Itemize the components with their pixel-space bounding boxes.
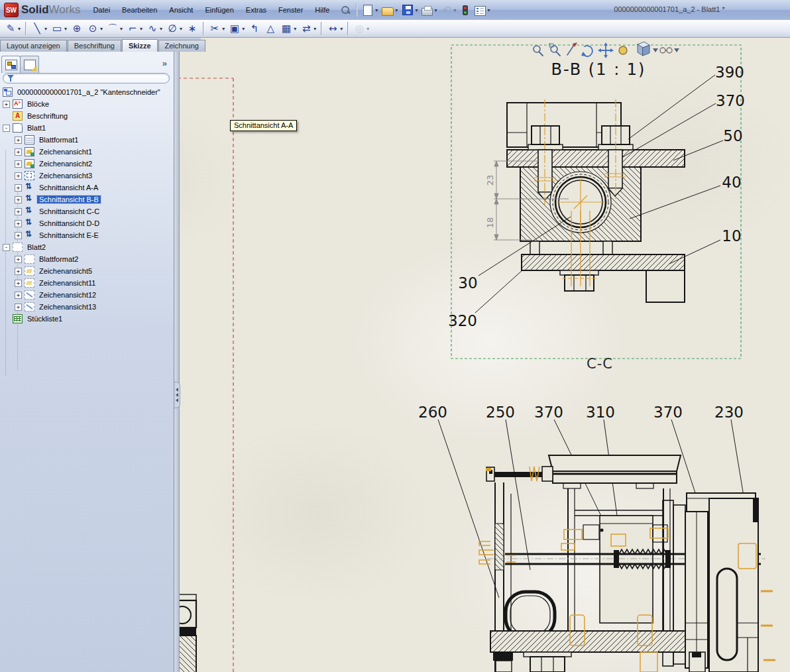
expand-toggle[interactable]: -: [3, 125, 10, 132]
dropdown-arrow[interactable]: ▾: [180, 26, 182, 32]
tree-item-zeichenansicht2[interactable]: +Zeichenansicht2: [0, 158, 174, 170]
expand-toggle[interactable]: +: [15, 172, 22, 180]
dropdown-arrow[interactable]: ▾: [222, 26, 225, 32]
print-button[interactable]: ▾: [420, 2, 439, 18]
expand-toggle[interactable]: +: [15, 196, 22, 203]
dropdown-arrow[interactable]: ▾: [294, 26, 296, 32]
tab-beschriftung[interactable]: Beschriftung: [68, 40, 121, 52]
dropdown-arrow[interactable]: ▾: [375, 7, 378, 13]
search-button[interactable]: [338, 2, 353, 18]
tree-item-blatt2[interactable]: -Blatt2: [0, 241, 174, 253]
linear-pattern-button[interactable]: ▾: [278, 21, 298, 36]
dropdown-arrow[interactable]: ▾: [367, 26, 369, 32]
expand-toggle[interactable]: +: [3, 101, 10, 108]
smart-dimension-button[interactable]: ▾: [325, 21, 345, 36]
tree-root[interactable]: 0000000000001701_a_2 "Kantenschneider": [0, 86, 174, 98]
expand-toggle[interactable]: +: [15, 268, 22, 275]
dropdown-arrow[interactable]: ▾: [453, 7, 456, 13]
rotate-about-scene-floor-icon[interactable]: [618, 46, 628, 55]
move-entities-button[interactable]: ▾: [298, 21, 318, 36]
tree-item-schnittansicht-d-d[interactable]: +Schnittansicht D-D: [0, 217, 174, 229]
expand-toggle[interactable]: +: [15, 184, 22, 192]
dropdown-arrow[interactable]: ▾: [487, 7, 490, 13]
rectangle-button[interactable]: ▾: [49, 21, 69, 36]
spline-button[interactable]: ▾: [144, 21, 164, 36]
tree-filter-input[interactable]: [3, 73, 170, 84]
sketch-button[interactable]: ▾: [3, 21, 23, 36]
zoom-to-selection-icon[interactable]: [567, 42, 577, 55]
tree-item-stückliste1[interactable]: +Stückliste1: [0, 313, 174, 325]
tree-item-zeichenansicht11[interactable]: +Zeichenansicht11: [0, 277, 174, 289]
dropdown-arrow[interactable]: ▾: [340, 26, 343, 32]
expand-toggle[interactable]: +: [15, 256, 22, 263]
panel-expand-chevron[interactable]: »: [162, 58, 167, 68]
line-button[interactable]: ▾: [29, 21, 49, 36]
tree-item-zeichenansicht12[interactable]: +Zeichenansicht12: [0, 289, 174, 301]
section-view-bb[interactable]: B-B (1 : 1): [448, 60, 745, 329]
dropdown-arrow[interactable]: ▾: [395, 7, 398, 13]
expand-toggle[interactable]: +: [15, 160, 22, 168]
tree-item-zeichenansicht3[interactable]: +Zeichenansicht3: [0, 170, 174, 182]
dropdown-arrow[interactable]: ▾: [242, 26, 245, 32]
panel-collapse-handle[interactable]: [174, 382, 180, 408]
menu-hilfe[interactable]: Hilfe: [309, 0, 335, 20]
featuremanager-tree-tab[interactable]: [1, 56, 21, 73]
tree-item-schnittansicht-b-b[interactable]: +Schnittansicht B-B: [0, 194, 174, 205]
dropdown-arrow[interactable]: [653, 48, 658, 52]
expand-toggle[interactable]: +: [15, 292, 22, 299]
expand-toggle[interactable]: +: [15, 148, 22, 156]
tab-skizze[interactable]: Skizze: [122, 39, 158, 52]
open-button[interactable]: ▾: [380, 2, 400, 18]
tree-item-zeichenansicht5[interactable]: +Zeichenansicht5: [0, 265, 174, 277]
tree-item-blöcke[interactable]: +Blöcke: [0, 98, 174, 110]
dropdown-arrow[interactable]: ▾: [434, 7, 437, 13]
tree-item-blattformat2[interactable]: +Blattformat2: [0, 253, 174, 265]
dropdown-arrow[interactable]: [674, 48, 679, 52]
dropdown-arrow[interactable]: ▾: [100, 26, 103, 32]
undo-button[interactable]: ▾: [439, 2, 458, 18]
dropdown-arrow[interactable]: ▾: [160, 26, 162, 32]
expand-toggle[interactable]: +: [15, 280, 22, 287]
display-relations-button[interactable]: ▾: [351, 21, 371, 36]
tree-item-schnittansicht-e-e[interactable]: +Schnittansicht E-E: [0, 229, 174, 241]
expand-toggle[interactable]: +: [15, 304, 22, 311]
dropdown-arrow[interactable]: ▾: [313, 26, 316, 32]
point-button[interactable]: [184, 21, 200, 36]
menu-fenster[interactable]: Fenster: [272, 0, 309, 20]
menu-bearbeiten[interactable]: Bearbeiten: [116, 0, 163, 20]
expand-toggle[interactable]: +: [15, 232, 22, 239]
polygon-button[interactable]: [69, 21, 85, 36]
expand-toggle[interactable]: -: [3, 244, 10, 251]
trim-entities-button[interactable]: ▾: [207, 21, 227, 36]
tree-item-schnittansicht-c-c[interactable]: +Schnittansicht C-C: [0, 205, 174, 217]
menu-datei[interactable]: Datei: [87, 0, 116, 20]
tree-item-schnittansicht-a-a[interactable]: +Schnittansicht A-A: [0, 182, 174, 194]
circle-button[interactable]: ▾: [85, 21, 105, 36]
menu-ansicht[interactable]: Ansicht: [163, 0, 199, 20]
expand-toggle[interactable]: +: [15, 208, 22, 215]
propertymanager-tab[interactable]: [20, 56, 39, 73]
tree-item-zeichenansicht13[interactable]: +Zeichenansicht13: [0, 301, 174, 313]
save-button[interactable]: ▾: [400, 2, 420, 18]
expand-toggle[interactable]: +: [15, 137, 22, 144]
rotate-view-icon[interactable]: [581, 46, 592, 56]
options-button[interactable]: ▾: [473, 2, 492, 18]
ellipse-button[interactable]: ▾: [164, 21, 184, 36]
dropdown-arrow[interactable]: ▾: [18, 26, 21, 32]
view-orientation-icon[interactable]: [638, 42, 658, 56]
dropdown-arrow[interactable]: ▾: [64, 26, 67, 32]
offset-entities-button[interactable]: [247, 21, 262, 36]
dropdown-arrow[interactable]: ▾: [140, 26, 142, 32]
panel-splitter[interactable]: [174, 38, 180, 672]
new-document-button[interactable]: ▾: [360, 2, 380, 18]
tangent-arc-button[interactable]: ▾: [125, 21, 144, 36]
convert-entities-button[interactable]: ▾: [227, 21, 247, 36]
zoom-in-out-icon[interactable]: [534, 46, 543, 56]
display-style-icon[interactable]: [660, 48, 679, 53]
centerpoint-arc-button[interactable]: ▾: [105, 21, 125, 36]
dropdown-arrow[interactable]: ▾: [44, 26, 47, 32]
selection-filter-button[interactable]: [458, 2, 473, 18]
mirror-entities-button[interactable]: [262, 21, 278, 36]
tab-zeichnung[interactable]: Zeichnung: [158, 40, 205, 52]
expand-toggle[interactable]: +: [15, 220, 22, 227]
